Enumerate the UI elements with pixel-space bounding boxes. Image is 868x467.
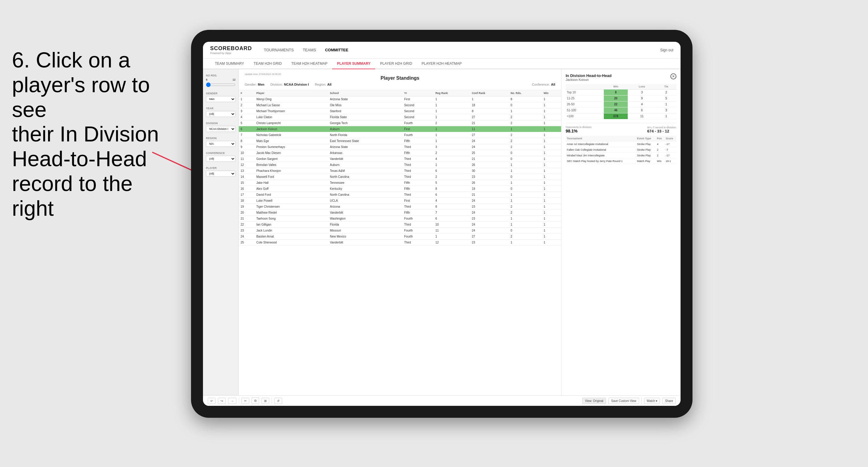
table-row[interactable]: 2 Michael La Sasse Ole Miss Second 1 18 … (239, 102, 561, 108)
cell-rds: 0 (509, 228, 542, 234)
cell-rds: 0 (509, 174, 542, 180)
undo-button[interactable]: ↩ (208, 398, 216, 404)
tab-player-h2h-grid[interactable]: PLAYER H2H GRID (375, 59, 417, 69)
nav-teams[interactable]: TEAMS (303, 46, 316, 54)
tablet-screen: SCOREBOARD Powered by clippi TOURNAMENTS… (203, 42, 681, 406)
cell-player: Michael La Sasse (255, 102, 328, 108)
table-row[interactable]: 5 Christo Lamprecht Georgia Tech Fourth … (239, 120, 561, 126)
no-rds-slider[interactable] (206, 82, 236, 87)
table-row[interactable]: 18 Luke Powell UCLA First 4 24 1 1 (239, 198, 561, 204)
sidebar-region-section: Region N/A (206, 137, 236, 147)
table-row[interactable]: 12 Brendan Valles Auburn Third 1 26 1 1 (239, 162, 561, 168)
cell-conf: 11 (470, 126, 509, 132)
save-custom-button[interactable]: Save Custom View (608, 398, 639, 404)
tab-team-h2h-heatmap[interactable]: TEAM H2H HEATMAP (286, 59, 332, 69)
table-row[interactable]: 4 Luke Claton Florida State Second 1 27 … (239, 114, 561, 120)
cell-school: North Carolina (328, 174, 402, 180)
redo-button[interactable]: ↪ (218, 398, 226, 404)
refresh-button[interactable]: ↺ (274, 398, 282, 404)
table-row[interactable]: 6 Jackson Koivun Auburn First 1 11 1 1 (239, 126, 561, 132)
h2h-cell-loss: 4 (628, 101, 656, 107)
tab-player-h2h-heatmap[interactable]: PLAYER H2H HEATMAP (417, 59, 467, 69)
share-button[interactable]: Share (662, 398, 676, 404)
cell-player: Matthew Riedel (255, 210, 328, 216)
h2h-cell-tie: 2 (656, 90, 676, 95)
table-row[interactable]: 9 Preston Summerhays Arizona State Third… (239, 144, 561, 150)
table-row[interactable]: 23 Jack Lundin Missouri Fourth 11 24 0 1 (239, 228, 561, 234)
table-row[interactable]: 1 Wenyi Ding Arizona State First 1 1 8 1 (239, 96, 561, 102)
table-row[interactable]: 25 Cole Sherwood Vanderbilt Third 12 23 … (239, 240, 561, 246)
cell-rank: 2 (239, 102, 255, 108)
table-row[interactable]: 11 Gordon Sargent Vanderbilt Third 4 21 … (239, 156, 561, 162)
table-row[interactable]: 16 Alex Goff Kentucky Fifth 8 19 0 1 (239, 186, 561, 192)
table-row[interactable]: 21 Taehoon Song Washington Fourth 6 23 1… (239, 216, 561, 222)
close-button[interactable]: ✕ (671, 73, 676, 80)
cell-win: 1 (542, 156, 561, 162)
opponents-pct: 98.1% (566, 129, 592, 133)
cell-rank: 5 (239, 120, 255, 126)
table-row[interactable]: 22 Ian Gilligan Florida Third 10 24 1 1 (239, 222, 561, 228)
table-row[interactable]: 14 Maxwell Ford North Carolina Third 2 2… (239, 174, 561, 180)
cell-conf: 26 (470, 180, 509, 186)
right-panel: In Division Head-to-Head Jackson Koivun … (561, 69, 681, 395)
cell-school: UCLA (328, 198, 402, 204)
cell-rank: 6 (239, 126, 255, 132)
view-original-button[interactable]: View: Original (582, 398, 606, 404)
cell-reg: 1 (434, 132, 470, 138)
paste-button[interactable]: ⊞ (261, 398, 269, 404)
cell-win: 1 (542, 228, 561, 234)
year-select[interactable]: (All) (206, 111, 236, 117)
conference-select[interactable]: (All) (206, 156, 236, 162)
panel-title: Player Standings (245, 75, 555, 81)
table-row[interactable]: 3 Michael Thorbjornsen Stanford Second 1… (239, 108, 561, 114)
cell-win: 1 (542, 126, 561, 132)
h2h-cell-range: 51-100 (566, 107, 604, 114)
cell-win: 1 (542, 102, 561, 108)
region-select[interactable]: N/A (206, 141, 236, 147)
logo-area: SCOREBOARD Powered by clippi (210, 45, 252, 55)
division-select[interactable]: NCAA Division I (206, 126, 236, 132)
cell-rank: 23 (239, 228, 255, 234)
tab-team-h2h-grid[interactable]: TEAM H2H GRID (249, 59, 286, 69)
t-cell-type: Match Play (636, 158, 656, 164)
copy-button[interactable]: ⧉ (252, 398, 259, 404)
cell-player: Luke Claton (255, 114, 328, 120)
watch-button[interactable]: Watch ▾ (644, 398, 660, 404)
h2h-row: 11-25 20 9 5 (566, 95, 676, 101)
table-row[interactable]: 10 Jacob Mac Diesen Arkansas Fifth 2 25 … (239, 150, 561, 156)
table-row[interactable]: 15 Jake Hall Tennessee Fifth 5 26 1 1 (239, 180, 561, 186)
cell-yr: Fifth (402, 138, 434, 144)
clip-button[interactable]: ✂ (242, 398, 249, 404)
gender-select[interactable]: Men (206, 96, 236, 102)
cell-player: Christo Lamprecht (255, 120, 328, 126)
cell-rank: 21 (239, 216, 255, 222)
cell-rank: 22 (239, 222, 255, 228)
t-cell-score: 18-1 (664, 158, 676, 164)
cell-player: Luke Powell (255, 198, 328, 204)
sidebar-no-rds: No Rds. 6 12 (206, 74, 236, 87)
cell-player: Gordon Sargent (255, 156, 328, 162)
cell-rds: 1 (509, 222, 542, 228)
table-row[interactable]: 8 Mats Ege East Tennessee State Fifth 1 … (239, 138, 561, 144)
cell-reg: 2 (434, 174, 470, 180)
forward-button[interactable]: → (228, 398, 237, 404)
player-select[interactable]: (All) (206, 171, 236, 177)
table-row[interactable]: 17 David Ford North Carolina Third 6 21 … (239, 192, 561, 198)
cell-school: Auburn (328, 126, 402, 132)
cell-reg: 12 (434, 240, 470, 246)
sign-out-link[interactable]: Sign out (660, 48, 673, 52)
table-row[interactable]: 20 Matthew Riedel Vanderbilt Fifth 7 24 … (239, 210, 561, 216)
cell-rds: 0 (509, 150, 542, 156)
tab-player-summary[interactable]: PLAYER SUMMARY (332, 59, 375, 69)
h2h-row: 26-50 22 4 1 (566, 101, 676, 107)
table-row[interactable]: 13 Phachara Khonjon Texas A&M Third 6 30… (239, 168, 561, 174)
cell-reg: 7 (434, 210, 470, 216)
table-row[interactable]: 19 Tiger Christensen Arizona Third 8 23 … (239, 204, 561, 210)
nav-tournaments[interactable]: TOURNAMENTS (264, 46, 294, 54)
tab-team-summary[interactable]: TEAM SUMMARY (210, 59, 249, 69)
player-table: # Player School Yr Reg Rank Conf Rank No… (239, 90, 561, 395)
tab-bar: TEAM SUMMARY TEAM H2H GRID TEAM H2H HEAT… (203, 59, 681, 69)
table-row[interactable]: 24 Bastien Amat New Mexico Fourth 1 27 2… (239, 234, 561, 240)
nav-committee[interactable]: COMMITTEE (325, 46, 348, 54)
table-row[interactable]: 7 Nicholas Gabrelcik North Florida Fourt… (239, 132, 561, 138)
